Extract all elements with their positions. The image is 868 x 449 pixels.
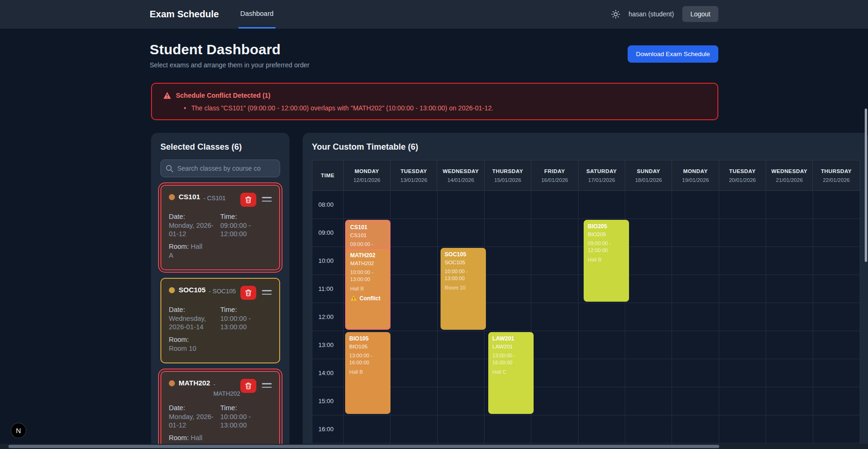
- day-name: SATURDAY: [586, 168, 617, 174]
- event-subtitle: CS101: [350, 232, 385, 238]
- timetable-cell: [344, 415, 391, 443]
- timetable-cell: [485, 415, 531, 443]
- timetable-cell: [438, 387, 485, 415]
- timetable-cell: [672, 275, 719, 303]
- timetable-cell: [719, 247, 766, 275]
- date-value: Monday, 2026-01-12: [169, 413, 214, 429]
- timetable-cell: [672, 219, 719, 247]
- room-field: Room: Hall A: [169, 242, 206, 260]
- conflict-alert: Schedule Conflict Detected (1) The class…: [151, 83, 718, 120]
- day-name: MONDAY: [683, 168, 708, 174]
- timetable-cell: [719, 275, 766, 303]
- date-field: Date:Wednesday, 2026-01-14: [169, 306, 214, 331]
- timetable-cell: [579, 387, 625, 415]
- card-body: Date:Monday, 2026-01-12Time:10:00:00 - 1…: [169, 404, 272, 429]
- time-field: Time:09:00:00 - 12:00:00: [220, 213, 272, 238]
- event-room: Hall B: [349, 369, 386, 375]
- room-label: Room:: [169, 243, 189, 250]
- course-color-dot: [169, 380, 175, 386]
- timetable-cell: [531, 247, 578, 275]
- timetable-row: 15:00: [312, 387, 860, 415]
- day-column-header: THURSDAY22/01/2026: [813, 160, 860, 191]
- timetable-cell: [672, 359, 719, 387]
- logout-button[interactable]: Logout: [682, 6, 718, 22]
- time-label: 10:00: [312, 247, 344, 275]
- page-header: Student Dashboard Select exams and arran…: [150, 42, 718, 69]
- timetable-cell: [719, 387, 766, 415]
- timetable-cell: [625, 219, 672, 247]
- timetable-cell: [766, 415, 813, 443]
- card-title-row: CS101- CS101: [169, 193, 272, 207]
- timetable-cell: [813, 359, 860, 387]
- event-subtitle: BIO205: [588, 232, 625, 237]
- time-label: Time:: [220, 213, 272, 220]
- event-title: MATH202: [350, 252, 385, 259]
- sun-icon: [611, 10, 620, 19]
- timetable-cell: [579, 191, 625, 219]
- timetable-cell: [531, 387, 578, 415]
- event-room: Hall B: [350, 286, 385, 291]
- day-column-header: MONDAY12/01/2026: [344, 160, 391, 191]
- horizontal-scrollbar-thumb[interactable]: [8, 445, 719, 448]
- room-label: Room:: [169, 336, 189, 343]
- vertical-scrollbar-thumb[interactable]: [865, 109, 867, 262]
- day-date: 18/01/2026: [635, 177, 662, 183]
- timetable-cell: [625, 191, 672, 219]
- event-time: 13:00:00 - 16:00:00: [349, 352, 382, 366]
- day-date: 13/01/2026: [400, 177, 427, 183]
- timetable-event[interactable]: SOC105SOC10510:00:00 - 13:00:00Room 10: [441, 248, 486, 330]
- drag-handle[interactable]: [262, 383, 272, 388]
- timetable-cell: [766, 219, 813, 247]
- trash-icon: [245, 383, 252, 390]
- time-field: Time:10:00:00 - 13:00:00: [220, 404, 272, 429]
- timetable-panel: Your Custom Timetable (6) TIMEMONDAY12/0…: [303, 133, 868, 449]
- delete-button[interactable]: [240, 379, 256, 393]
- room-value: Room 10: [169, 345, 196, 352]
- dev-badge[interactable]: N: [11, 423, 26, 438]
- timetable-event[interactable]: LAW201LAW20113:00:00 - 16:00:00Hall C: [488, 332, 534, 414]
- event-title: BIO105: [349, 335, 386, 342]
- tab-dashboard[interactable]: Dashboard: [239, 0, 275, 29]
- time-label: 14:00: [312, 359, 344, 387]
- timetable-cell: [438, 415, 485, 443]
- search-input[interactable]: [177, 165, 275, 172]
- timetable-cell: [719, 359, 766, 387]
- timetable-event[interactable]: BIO105BIO10513:00:00 - 16:00:00Hall B: [345, 332, 391, 414]
- date-field: Date:Monday, 2026-01-12: [169, 213, 214, 238]
- timetable-cell: [625, 275, 672, 303]
- class-card[interactable]: CS101- CS101Date:Monday, 2026-01-12Time:…: [160, 185, 280, 270]
- theme-toggle-button[interactable]: [611, 10, 620, 19]
- day-column-header: SUNDAY18/01/2026: [625, 160, 672, 191]
- timetable-event[interactable]: MATH202MATH20210:00:00 - 13:00:00Hall BC…: [345, 248, 391, 330]
- timetable-cell: [391, 359, 437, 387]
- drag-handle[interactable]: [262, 197, 272, 202]
- class-card[interactable]: SOC105- SOC105Date:Wednesday, 2026-01-14…: [160, 278, 280, 363]
- date-value: Monday, 2026-01-12: [169, 221, 214, 238]
- timetable-event[interactable]: BIO205BIO20509:00:00 - 12:00:00Hall B: [584, 220, 629, 302]
- download-schedule-button[interactable]: Download Exam Schedule: [628, 45, 718, 63]
- event-room: Room 10: [445, 285, 482, 290]
- timetable-cell: [625, 303, 672, 331]
- conflict-warning-icon: [350, 295, 357, 301]
- timetable-cell: [813, 247, 860, 275]
- day-column-header: SATURDAY17/01/2026: [579, 160, 625, 191]
- timetable-cell: [672, 247, 719, 275]
- event-room: Hall B: [588, 257, 625, 262]
- delete-button[interactable]: [240, 286, 256, 300]
- trash-icon: [245, 290, 252, 297]
- drag-handle[interactable]: [262, 290, 272, 295]
- day-date: 16/01/2026: [541, 177, 568, 183]
- page-title: Student Dashboard: [150, 42, 310, 58]
- delete-button[interactable]: [240, 193, 256, 207]
- course-code: SOC105: [179, 286, 206, 294]
- course-subtitle: - CS101: [203, 194, 240, 203]
- timetable-cell: [625, 415, 672, 443]
- timetable-cell: [438, 191, 485, 219]
- timetable-row: 08:00: [312, 191, 860, 219]
- timetable-cell: [813, 331, 860, 359]
- event-subtitle: SOC105: [445, 260, 482, 265]
- timetable-cell: [485, 247, 531, 275]
- class-card[interactable]: MATH202- MATH202Date:Monday, 2026-01-12T…: [160, 371, 280, 449]
- horizontal-scrollbar[interactable]: [0, 444, 868, 449]
- card-title-row: SOC105- SOC105: [169, 286, 272, 300]
